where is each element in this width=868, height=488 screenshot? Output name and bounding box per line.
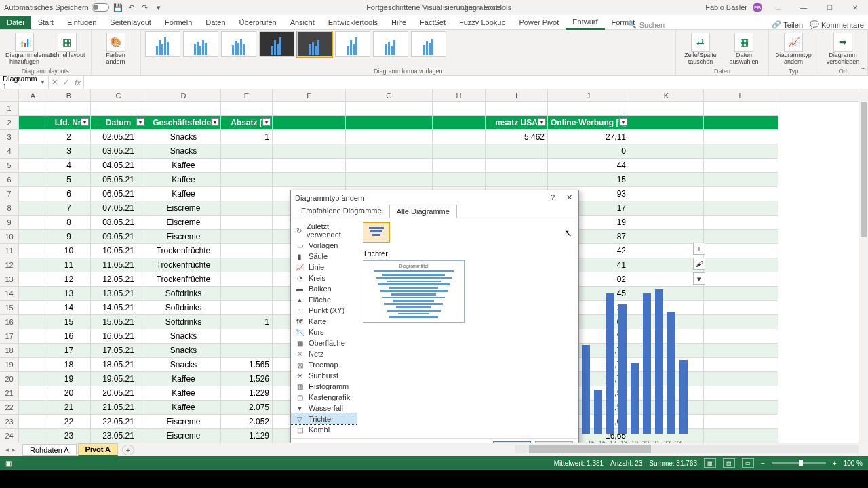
cell[interactable]: 15 [548, 173, 629, 187]
cell[interactable]: 18.05.21 [91, 358, 146, 372]
cell[interactable] [433, 159, 486, 173]
cell[interactable]: Kaffee [146, 159, 221, 173]
cell[interactable]: 10.05.21 [91, 244, 146, 258]
cell[interactable] [221, 272, 273, 287]
col-header-C[interactable]: C [91, 89, 146, 101]
cell[interactable] [346, 173, 433, 187]
cell[interactable]: Softdrinks [146, 287, 221, 301]
share-button[interactable]: 🔗 Teilen [772, 20, 803, 29]
col-header-D[interactable]: D [146, 89, 221, 101]
col-header-G[interactable]: G [346, 89, 433, 101]
cell[interactable] [19, 429, 47, 443]
chart-type-item-vorlagen[interactable]: ▭Vorlagen [291, 240, 357, 251]
cell[interactable]: Geschäftsfelder▾ [146, 116, 221, 130]
row-header[interactable]: 12 [0, 258, 19, 272]
cell[interactable] [19, 216, 47, 230]
cell[interactable] [704, 358, 778, 372]
cell[interactable] [704, 258, 778, 272]
row-header[interactable]: 13 [0, 272, 19, 287]
cell[interactable]: Kaffee [146, 173, 221, 187]
cell[interactable] [19, 344, 47, 358]
cell[interactable] [346, 144, 433, 159]
cell[interactable]: msatz USA▾ [486, 116, 548, 130]
minimize-icon[interactable]: — [793, 1, 814, 14]
cell[interactable]: 13 [47, 287, 91, 301]
tab-powerpivot[interactable]: Power Pivot [513, 16, 566, 29]
row-header[interactable]: 9 [0, 216, 19, 230]
cell[interactable]: Kaffee [146, 401, 221, 415]
cell[interactable] [19, 116, 47, 130]
cell[interactable] [704, 173, 778, 187]
cell[interactable] [273, 173, 346, 187]
chart-type-item-punktxy[interactable]: ∴Punkt (XY) [291, 305, 357, 316]
filter-icon[interactable]: ▾ [619, 118, 627, 126]
cell[interactable] [273, 130, 346, 144]
cell[interactable]: 1.229 [221, 386, 273, 401]
cell[interactable]: Softdrinks [146, 315, 221, 329]
cell[interactable] [273, 144, 346, 159]
cell[interactable] [346, 130, 433, 144]
col-header-A[interactable]: A [19, 89, 47, 101]
row-header[interactable]: 1 [0, 102, 19, 116]
cell[interactable] [704, 216, 778, 230]
col-header-L[interactable]: L [704, 89, 778, 101]
filter-icon[interactable]: ▾ [538, 118, 546, 126]
row-header[interactable]: 23 [0, 415, 19, 429]
cell[interactable]: Snacks [146, 130, 221, 144]
cell[interactable] [19, 201, 47, 216]
row-header[interactable]: 21 [0, 386, 19, 401]
tab-fuzzy[interactable]: Fuzzy Lookup [452, 16, 512, 29]
quick-layout-button[interactable]: ▦Schnelllayout [47, 31, 87, 60]
cell[interactable]: 08.05.21 [91, 216, 146, 230]
undo-icon[interactable]: ↶ [127, 3, 136, 12]
cell[interactable]: Eiscreme [146, 429, 221, 443]
cell[interactable]: 12 [47, 272, 91, 287]
cell[interactable]: Lfd. Nr.▾ [47, 116, 91, 130]
cell[interactable]: 19.05.21 [91, 372, 146, 386]
cell[interactable] [19, 258, 47, 272]
row-header[interactable]: 7 [0, 187, 19, 201]
cell[interactable] [629, 173, 704, 187]
horizontal-scrollbar[interactable] [515, 445, 859, 453]
cell[interactable] [704, 201, 778, 216]
cell[interactable] [221, 173, 273, 187]
normal-view-icon[interactable]: ▦ [704, 458, 716, 468]
cell[interactable] [629, 144, 704, 159]
cell[interactable] [273, 116, 346, 130]
chart-style-gallery[interactable] [145, 31, 671, 57]
cell[interactable]: 15 [47, 315, 91, 329]
cell[interactable] [221, 102, 273, 116]
chart-type-item-treemap[interactable]: ▧Treemap [291, 359, 357, 370]
cell[interactable] [346, 159, 433, 173]
cell[interactable]: Trockenfrüchte [146, 258, 221, 272]
chart-type-item-histogramm[interactable]: ▥Histogramm [291, 381, 357, 392]
cell[interactable] [704, 329, 778, 344]
chart-type-item-karte[interactable]: 🗺Karte [291, 316, 357, 327]
col-header-B[interactable]: B [47, 89, 91, 101]
zoom-in-icon[interactable]: + [833, 460, 837, 467]
cell[interactable] [704, 244, 778, 258]
cell[interactable] [19, 415, 47, 429]
cell[interactable] [273, 102, 346, 116]
cell[interactable]: Trockenfrüchte [146, 272, 221, 287]
cell[interactable] [19, 386, 47, 401]
cell[interactable] [704, 287, 778, 301]
page-layout-icon[interactable]: ▤ [723, 458, 735, 468]
cell[interactable] [486, 159, 548, 173]
sheet-tab-rohdaten[interactable]: Rohdaten A [22, 444, 77, 456]
vertical-scrollbar[interactable] [859, 89, 868, 443]
cell[interactable]: 4 [47, 159, 91, 173]
cell[interactable]: 1.129 [221, 429, 273, 443]
filter-icon[interactable]: ▾ [262, 118, 271, 126]
tab-einfuegen[interactable]: Einfügen [60, 16, 103, 29]
cell[interactable] [19, 372, 47, 386]
chart-type-item-zuletztverwendet[interactable]: ↻Zuletzt verwendet [291, 221, 357, 240]
cell[interactable] [19, 187, 47, 201]
cell[interactable]: Kaffee [146, 386, 221, 401]
cell[interactable]: 15.05.21 [91, 315, 146, 329]
cell[interactable]: Eiscreme [146, 230, 221, 244]
cell[interactable] [221, 144, 273, 159]
tab-entwurf[interactable]: Entwurf [566, 16, 604, 30]
cell[interactable]: 8 [47, 216, 91, 230]
cell[interactable] [704, 144, 778, 159]
